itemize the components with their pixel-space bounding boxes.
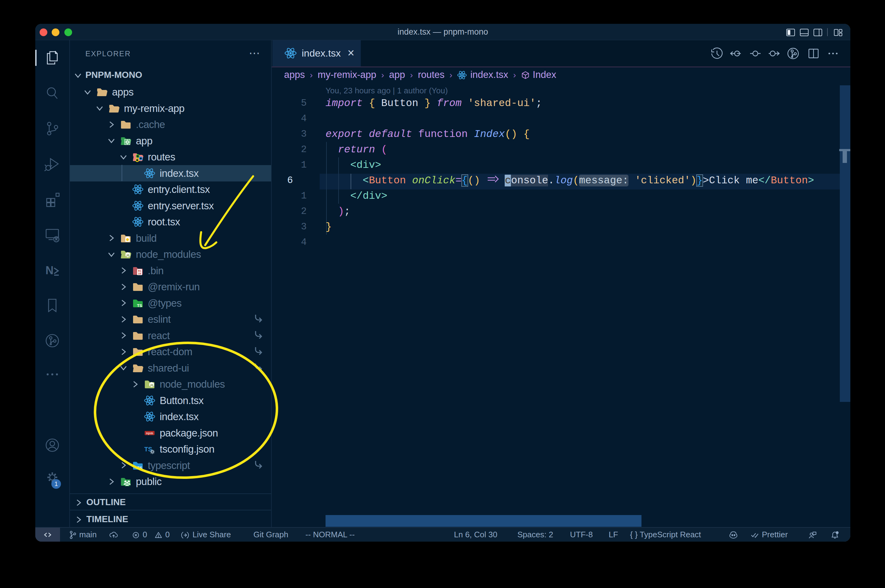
svg-text:npm: npm: [146, 431, 154, 435]
svg-text:JS: JS: [150, 384, 153, 387]
svg-text:TS: TS: [137, 303, 142, 308]
svg-text:JS: JS: [126, 254, 129, 257]
svg-text:TS: TS: [137, 466, 142, 470]
svg-text:10: 10: [138, 272, 141, 275]
svg-text:N: N: [45, 264, 54, 277]
